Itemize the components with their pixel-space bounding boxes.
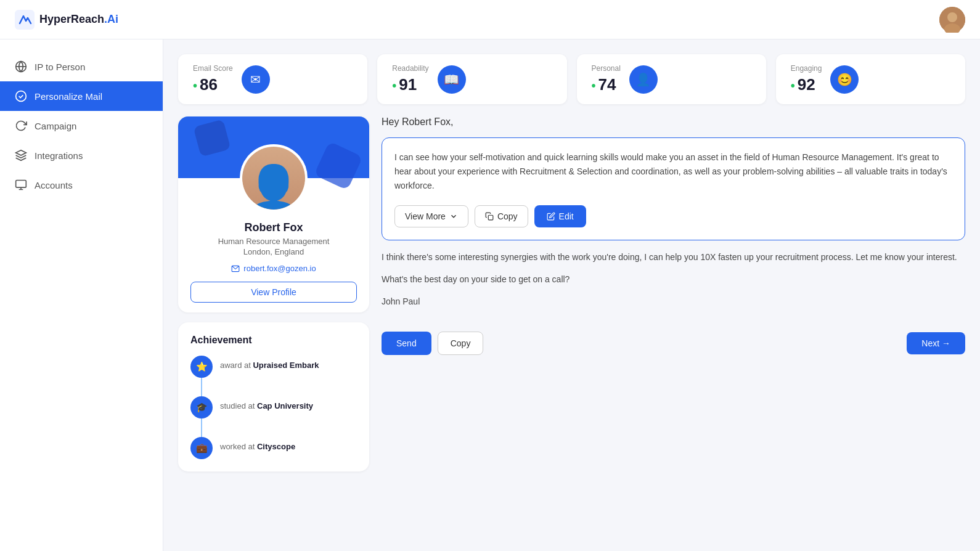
- personal-value: 74: [592, 75, 621, 94]
- readability-value: 91: [392, 75, 428, 94]
- email-signature: John Paul: [382, 295, 965, 309]
- next-button[interactable]: Next →: [907, 332, 965, 354]
- score-card-personal: Personal 74 👤: [577, 54, 766, 104]
- edit-button[interactable]: Edit: [534, 205, 586, 227]
- sidebar-item-personalize-mail[interactable]: Personalize Mail: [0, 81, 163, 111]
- sidebar-label-integrations: Integrations: [35, 150, 83, 161]
- copy-icon: [485, 212, 494, 221]
- send-button[interactable]: Send: [382, 332, 431, 355]
- score-card-email: Email Score 86 ✉: [178, 54, 367, 104]
- readability-badge: 📖: [438, 65, 466, 94]
- personal-label: Personal: [592, 64, 621, 73]
- logo[interactable]: HyperReach.Ai: [15, 10, 118, 30]
- view-more-button[interactable]: View More: [394, 205, 468, 227]
- bottom-action-bar: Send Copy Next →: [382, 327, 965, 355]
- profile-avatar-wrap: [240, 144, 308, 212]
- score-card-readability: Readability 91 📖: [377, 54, 566, 104]
- sidebar-label-campaign: Campaign: [35, 121, 76, 131]
- email-body: I think there's some interesting synergi…: [382, 250, 965, 316]
- achievement-text-1: studied at Cap University: [220, 396, 313, 410]
- main-content: Email Score 86 ✉ Readability 91 📖 Person…: [163, 39, 980, 551]
- profile-role: Human Resource Management: [190, 237, 357, 246]
- sidebar-item-integrations[interactable]: Integrations: [0, 141, 163, 170]
- integrations-icon: [15, 149, 27, 161]
- campaign-icon: [15, 120, 27, 132]
- engaging-badge: 😊: [830, 65, 859, 94]
- achievement-icon-award: ⭐: [190, 356, 213, 378]
- achievement-list: ⭐ award at Upraised Embark 🎓: [190, 356, 357, 459]
- achievement-line-0: [201, 378, 202, 396]
- achievement-text-2: worked at Cityscope: [220, 437, 295, 451]
- svg-rect-7: [16, 181, 27, 188]
- personal-badge: 👤: [629, 65, 658, 94]
- email-highlighted-box: I can see how your self-motivation and q…: [382, 137, 965, 240]
- top-navigation: HyperReach.Ai: [0, 0, 980, 39]
- profile-card: Robert Fox Human Resource Management Lon…: [178, 116, 369, 312]
- sidebar: IP to Person Personalize Mail Campaign I…: [0, 39, 163, 551]
- email-score-value: 86: [193, 75, 233, 94]
- sidebar-label-accounts: Accounts: [35, 180, 73, 190]
- globe-icon: [15, 60, 27, 73]
- copy-button[interactable]: Copy: [475, 205, 528, 227]
- engaging-value: 92: [791, 75, 822, 94]
- email-panel: Hey Robert Fox, I can see how your self-…: [382, 116, 965, 536]
- svg-rect-9: [488, 216, 493, 221]
- email-body-p1: I think there's some interesting synergi…: [382, 250, 965, 265]
- mail-check-icon: [15, 90, 27, 102]
- edit-icon: [547, 212, 555, 221]
- email-highlighted-text: I can see how your self-motivation and q…: [394, 150, 952, 193]
- user-avatar[interactable]: [939, 7, 965, 33]
- accounts-icon: [15, 179, 27, 191]
- achievement-item-2: 💼 worked at Cityscope: [190, 437, 357, 459]
- main-layout: IP to Person Personalize Mail Campaign I…: [0, 39, 980, 551]
- logo-text: HyperReach.Ai: [39, 13, 118, 26]
- view-profile-button[interactable]: View Profile: [190, 282, 357, 303]
- sidebar-label-ip-to-person: IP to Person: [35, 62, 85, 72]
- logo-icon: [15, 10, 35, 30]
- achievement-item-1: 🎓 studied at Cap University: [190, 396, 357, 437]
- profile-email: robert.fox@gozen.io: [190, 264, 357, 273]
- achievement-card: Achievement ⭐ award at Upraised Embark: [178, 322, 369, 471]
- achievement-item-0: ⭐ award at Upraised Embark: [190, 356, 357, 396]
- email-body-p2: What's the best day on your side to get …: [382, 272, 965, 287]
- two-column-section: Robert Fox Human Resource Management Lon…: [178, 116, 965, 536]
- score-card-engaging: Engaging 92 😊: [776, 54, 965, 104]
- email-score-label: Email Score: [193, 64, 233, 73]
- copy-bottom-button[interactable]: Copy: [438, 332, 484, 355]
- readability-label: Readability: [392, 64, 428, 73]
- email-score-badge: ✉: [242, 65, 270, 94]
- profile-avatar: [242, 147, 305, 210]
- svg-point-6: [16, 91, 27, 102]
- email-actions: View More Copy Edit: [394, 205, 952, 227]
- svg-point-2: [947, 12, 957, 22]
- profile-header: [178, 116, 369, 178]
- sidebar-item-campaign[interactable]: Campaign: [0, 111, 163, 141]
- email-greeting: Hey Robert Fox,: [382, 116, 965, 128]
- sidebar-item-accounts[interactable]: Accounts: [0, 170, 163, 200]
- email-icon: [231, 264, 240, 273]
- achievement-icon-edu: 🎓: [190, 396, 213, 418]
- sidebar-item-ip-to-person[interactable]: IP to Person: [0, 52, 163, 81]
- sidebar-label-personalize-mail: Personalize Mail: [35, 91, 102, 102]
- score-cards-row: Email Score 86 ✉ Readability 91 📖 Person…: [178, 54, 965, 104]
- left-panel: Robert Fox Human Resource Management Lon…: [178, 116, 369, 536]
- achievement-line-1: [201, 418, 202, 437]
- chevron-down-icon: [449, 212, 458, 221]
- profile-location: London, England: [190, 247, 357, 256]
- achievement-text-0: award at Upraised Embark: [220, 356, 319, 370]
- achievement-icon-work: 💼: [190, 437, 213, 459]
- profile-name: Robert Fox: [190, 221, 357, 234]
- achievement-title: Achievement: [190, 335, 357, 346]
- engaging-label: Engaging: [791, 64, 822, 73]
- header-shape-2: [193, 119, 231, 157]
